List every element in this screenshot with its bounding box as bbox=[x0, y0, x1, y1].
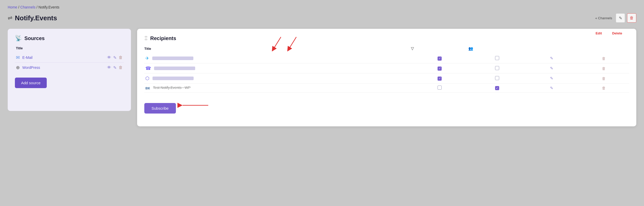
telegram-delete-cell: 🗑 bbox=[577, 53, 629, 63]
messenger-group-cell bbox=[468, 73, 526, 83]
breadcrumb-current: Notify.Events bbox=[39, 5, 59, 9]
col-edit-header bbox=[526, 46, 577, 53]
page-header: ⇌ Notify.Events « Channels ✎ 🗑 bbox=[8, 13, 636, 23]
telegram-delete-btn[interactable]: 🗑 bbox=[602, 56, 606, 61]
source-row-wordpress: ⊕ WordPress 👁 ✎ 🗑 bbox=[15, 63, 124, 72]
source-name-email: E-Mail bbox=[22, 55, 33, 60]
source-left-wp: ⊕ WordPress bbox=[16, 65, 40, 70]
subscribe-button[interactable]: Subscribe bbox=[144, 103, 176, 114]
source-actions-wp: 👁 ✎ 🗑 bbox=[107, 65, 123, 70]
col-delete-header bbox=[577, 46, 629, 53]
telegram-icon: ✈ bbox=[145, 56, 149, 61]
messenger-edit-btn[interactable]: ✎ bbox=[550, 76, 553, 80]
edit-icon: ✎ bbox=[619, 16, 622, 21]
annotation-delete: Delete bbox=[612, 31, 622, 35]
vk-icon: вк bbox=[145, 86, 150, 90]
arrows-icon: ⇌ bbox=[8, 15, 12, 21]
recipient-cell-vk: вк Test Notify.Events - WP bbox=[144, 83, 411, 93]
page-title-area: ⇌ Notify.Events bbox=[8, 14, 57, 22]
page-title: Notify.Events bbox=[15, 14, 57, 22]
recipients-panel: Edit Delete ⑄ Recipients Title bbox=[137, 29, 636, 126]
recipient-row-telegram: ✈ ✎ 🗑 bbox=[144, 53, 629, 63]
recipients-title: Recipients bbox=[150, 35, 176, 41]
recipient-cell-messenger: ⬡ bbox=[144, 73, 411, 83]
vk-name: Test Notify.Events - WP bbox=[153, 86, 191, 90]
sources-col-title: Title bbox=[15, 46, 124, 50]
col-title: Title bbox=[144, 46, 411, 53]
group-icon: 👥 bbox=[468, 46, 473, 51]
viber-filter-checkbox[interactable] bbox=[438, 67, 442, 71]
source-actions-email: 👁 ✎ 🗑 bbox=[107, 55, 123, 60]
telegram-blurred-name bbox=[152, 57, 193, 60]
telegram-edit-btn[interactable]: ✎ bbox=[550, 56, 553, 60]
messenger-filter-checkbox[interactable] bbox=[438, 77, 442, 81]
sources-icon: 📡 bbox=[15, 35, 22, 42]
source-name-wp: WordPress bbox=[22, 65, 40, 70]
viber-group-cell bbox=[468, 63, 526, 73]
viber-icon: ☎ bbox=[145, 66, 151, 71]
messenger-icon: ⬡ bbox=[145, 76, 149, 81]
recipients-panel-header: ⑄ Recipients bbox=[144, 35, 629, 42]
messenger-filter-cell bbox=[411, 73, 468, 83]
viber-edit-btn[interactable]: ✎ bbox=[550, 66, 553, 70]
vk-edit-cell: ✎ bbox=[526, 83, 577, 93]
viber-delete-btn[interactable]: 🗑 bbox=[602, 66, 606, 71]
source-left-email: ✉ E-Mail bbox=[16, 55, 33, 60]
messenger-delete-btn[interactable]: 🗑 bbox=[602, 76, 606, 81]
vk-delete-cell: 🗑 bbox=[577, 83, 629, 93]
source-row-email: ✉ E-Mail 👁 ✎ 🗑 bbox=[15, 53, 124, 63]
delete-icon: 🗑 bbox=[630, 16, 634, 20]
recipient-row-vk: вк Test Notify.Events - WP ✎ 🗑 bbox=[144, 83, 629, 93]
edit-button[interactable]: ✎ bbox=[616, 13, 625, 23]
telegram-filter-cell bbox=[411, 53, 468, 63]
telegram-group-checkbox[interactable] bbox=[495, 56, 499, 60]
channels-back-label: « Channels bbox=[595, 16, 612, 20]
vk-edit-btn[interactable]: ✎ bbox=[550, 86, 553, 90]
breadcrumb: Home / Channels / Notify.Events bbox=[8, 5, 636, 9]
messenger-edit-cell: ✎ bbox=[526, 73, 577, 83]
delete-button[interactable]: 🗑 bbox=[627, 13, 636, 23]
view-icon-wp[interactable]: 👁 bbox=[107, 65, 111, 70]
vk-delete-btn[interactable]: 🗑 bbox=[602, 86, 606, 90]
messenger-group-checkbox[interactable] bbox=[495, 76, 499, 80]
recipient-row-messenger: ⬡ ✎ 🗑 bbox=[144, 73, 629, 83]
wordpress-icon: ⊕ bbox=[16, 65, 20, 70]
sources-title: Sources bbox=[24, 35, 45, 41]
main-content: 📡 Sources Title ✉ E-Mail 👁 ✎ 🗑 ⊕ WordPre… bbox=[8, 29, 636, 126]
viber-group-checkbox[interactable] bbox=[495, 66, 499, 70]
vk-filter-checkbox[interactable] bbox=[438, 86, 442, 90]
filter-icon: ▽ bbox=[411, 46, 414, 51]
col-group-header: 👥 bbox=[468, 46, 526, 53]
view-icon-email[interactable]: 👁 bbox=[107, 55, 111, 60]
recipient-cell-viber: ☎ bbox=[144, 63, 411, 73]
col-filter-header: ▽ bbox=[411, 46, 468, 53]
annotations: Edit Delete bbox=[595, 31, 622, 35]
messenger-delete-cell: 🗑 bbox=[577, 73, 629, 83]
telegram-group-cell bbox=[468, 53, 526, 63]
telegram-filter-checkbox[interactable] bbox=[438, 57, 442, 61]
delete-icon-wp[interactable]: 🗑 bbox=[119, 65, 123, 70]
recipient-row-viber: ☎ ✎ 🗑 bbox=[144, 63, 629, 73]
sources-panel-header: 📡 Sources bbox=[15, 35, 124, 42]
edit-icon-email[interactable]: ✎ bbox=[113, 55, 117, 60]
recipients-table: Title ▽ 👥 ✈ bbox=[144, 46, 629, 93]
add-source-button[interactable]: Add source bbox=[15, 78, 47, 88]
recipients-icon: ⑄ bbox=[144, 35, 148, 42]
subscribe-arrow bbox=[180, 101, 211, 111]
viber-edit-cell: ✎ bbox=[526, 63, 577, 73]
messenger-blurred-name bbox=[153, 77, 194, 80]
recipient-cell-telegram: ✈ bbox=[144, 53, 411, 63]
annotation-edit: Edit bbox=[595, 31, 602, 35]
vk-group-checkbox[interactable] bbox=[495, 86, 499, 90]
subscribe-row: Subscribe bbox=[144, 98, 629, 114]
header-actions: « Channels ✎ 🗑 bbox=[595, 13, 636, 23]
viber-delete-cell: 🗑 bbox=[577, 63, 629, 73]
viber-blurred-name bbox=[154, 67, 195, 70]
breadcrumb-home[interactable]: Home bbox=[8, 5, 17, 9]
telegram-edit-cell: ✎ bbox=[526, 53, 577, 63]
viber-filter-cell bbox=[411, 63, 468, 73]
vk-filter-cell bbox=[411, 83, 468, 93]
breadcrumb-channels[interactable]: Channels bbox=[20, 5, 35, 9]
delete-icon-email[interactable]: 🗑 bbox=[119, 55, 123, 60]
edit-icon-wp[interactable]: ✎ bbox=[113, 65, 117, 70]
